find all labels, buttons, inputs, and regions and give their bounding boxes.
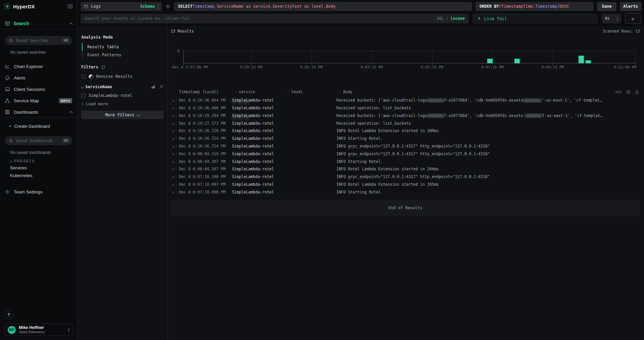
table-row[interactable]: Dec 8 6:07:10.108 PMSimpleLambda-rotelIN…: [171, 173, 640, 181]
gridline: [553, 51, 553, 63]
row-expander[interactable]: [171, 113, 176, 118]
interval-stepper-icon[interactable]: [617, 17, 618, 20]
wrap-text-icon[interactable]: [626, 90, 631, 94]
code-view-icon[interactable]: </>: [615, 90, 622, 94]
select-clause-input[interactable]: SELECT Timestamp, ServiceName as service…: [174, 2, 472, 11]
chevron-down-icon: [10, 160, 12, 162]
lucene-toggle[interactable]: Lucene: [451, 16, 465, 21]
more-filters-button[interactable]: More filters: [81, 111, 164, 119]
mode-event-patterns[interactable]: Event Patterns: [82, 51, 168, 59]
row-expander[interactable]: [171, 190, 176, 194]
chevron-up-icon[interactable]: [70, 111, 73, 114]
create-dashboard-button[interactable]: + Create Dashboard: [0, 122, 77, 130]
table-row[interactable]: Dec 8 6:08:04.307 PMSimpleLambda-rotelIN…: [171, 158, 640, 165]
schema-link[interactable]: Schema: [140, 4, 155, 9]
chevron-up-icon[interactable]: [70, 22, 73, 26]
row-expander[interactable]: [171, 121, 176, 126]
refresh-icon[interactable]: [101, 65, 105, 69]
sidebar-item-search[interactable]: Search: [0, 17, 77, 30]
row-expander[interactable]: [171, 136, 176, 141]
cell-service: SimpleLambda-rotel: [232, 152, 284, 156]
pin-icon[interactable]: [159, 84, 164, 89]
row-expander[interactable]: [171, 98, 176, 103]
sql-segment: ,: [324, 4, 326, 9]
row-expander[interactable]: [171, 128, 176, 133]
mode-results-table[interactable]: Results Table: [82, 43, 168, 51]
cell-timestamp: Dec 8 6:10:27.173 PM: [179, 121, 232, 126]
preset-item-services[interactable]: Services: [0, 164, 77, 172]
table-row[interactable]: Dec 8 6:10:29.284 PMSimpleLambda-rotelRe…: [171, 112, 640, 120]
table-row[interactable]: Dec 8 6:08:04.319 PMSimpleLambda-rotelIN…: [171, 150, 640, 158]
histogram-bar[interactable]: [487, 59, 493, 63]
download-icon[interactable]: [635, 90, 639, 94]
refresh-interval-select[interactable]: 4s: [602, 14, 621, 23]
table-row[interactable]: Dec 8 6:10:27.173 PMSimpleLambda-rotelRe…: [171, 119, 640, 127]
load-more-button[interactable]: Load more: [81, 102, 168, 106]
column-header-body[interactable]: ⋮⋮Body </>: [336, 90, 640, 94]
cell-timestamp: Dec 8 6:10:26.724 PM: [179, 136, 232, 141]
sidebar-item-alerts[interactable]: Alerts: [0, 72, 77, 83]
results-histogram[interactable]: 8 Dec 8 5:57:00 PM5:59:15 PM6:01:15 PM6:…: [171, 36, 640, 71]
row-expander[interactable]: [171, 106, 176, 110]
table-row[interactable]: Dec 8 6:07:10.097 PMSimpleLambda-rotelIN…: [171, 180, 640, 188]
sidebar-item-chart-explorer[interactable]: Chart Explorer: [0, 61, 77, 72]
table-row[interactable]: Dec 8 6:08:04.307 PMSimpleLambda-rotelIN…: [171, 165, 640, 173]
help-button[interactable]: ?: [4, 310, 13, 319]
settings-gear-icon[interactable]: [165, 4, 171, 9]
preset-label: Kubernetes: [10, 173, 33, 178]
facet-value-checkbox[interactable]: [81, 94, 86, 98]
bar-chart-icon[interactable]: [151, 84, 155, 89]
cell-timestamp: Dec 8 6:07:10.096 PM: [179, 190, 232, 194]
row-expander[interactable]: [171, 159, 176, 164]
sql-toggle[interactable]: SQL: [437, 16, 444, 21]
order-by-input[interactable]: ORDER BY (TimestampTime, Timestamp) DESC: [475, 2, 594, 11]
sidebar-item-service-map[interactable]: Service Map BETA: [0, 95, 77, 106]
live-tail-button[interactable]: Live Tail: [473, 14, 598, 23]
event-search-input[interactable]: Search your events w/ Lucene ex. column:…: [81, 14, 469, 23]
table-row[interactable]: Dec 8 6:10:26.724 PMSimpleLambda-rotelIN…: [171, 143, 640, 150]
table-row[interactable]: Dec 8 6:10:26.726 PMSimpleLambda-rotelIN…: [171, 127, 640, 135]
preset-item-kubernetes[interactable]: Kubernetes: [0, 172, 77, 179]
denoise-checkbox[interactable]: [81, 74, 86, 79]
drag-handle-icon[interactable]: ⋮⋮: [284, 91, 289, 94]
drag-handle-icon[interactable]: ⋮⋮: [232, 91, 237, 94]
table-row[interactable]: Dec 8 6:10:36.466 PMSimpleLambda-rotelRe…: [171, 104, 640, 112]
column-header-timestamp[interactable]: Timestamp (Local): [179, 90, 232, 94]
histogram-bar[interactable]: [514, 59, 520, 63]
column-header-service[interactable]: ⋮⋮service: [232, 90, 284, 94]
column-header-level[interactable]: ⋮⋮level: [284, 90, 336, 94]
beta-badge: BETA: [59, 98, 72, 103]
histogram-bar[interactable]: [579, 56, 584, 63]
content-row: Analysis Mode Results Table Event Patter…: [77, 26, 644, 340]
facet-servicename[interactable]: ServiceName: [81, 84, 164, 89]
user-menu[interactable]: MH Mike Heffner OpenTelemetry: [4, 324, 73, 336]
language-toggle[interactable]: SQL | Lucene: [437, 16, 465, 21]
table-row[interactable]: Dec 8 6:10:36.864 PMSimpleLambda-rotelRe…: [171, 97, 640, 104]
table-row[interactable]: Dec 8 6:07:10.096 PMSimpleLambda-rotelIN…: [171, 188, 640, 196]
sidebar: HyperDX Search Saved Searches ⌘K No save…: [0, 0, 77, 340]
facet-value-row[interactable]: SimpleLambda-rotel: [81, 93, 168, 98]
presets-section-toggle[interactable]: PRESETS: [0, 158, 77, 164]
denoise-filter[interactable]: Denoise Results: [81, 74, 168, 79]
results-area: 13 Results Scanned Rows: 13 8 Dec 8 5:57…: [168, 27, 644, 340]
row-expander[interactable]: [171, 144, 176, 149]
sidebar-item-dashboards[interactable]: Dashboards: [0, 106, 77, 118]
histogram-bar[interactable]: [586, 60, 591, 63]
saved-searches-input[interactable]: Saved Searches ⌘K: [5, 36, 72, 45]
save-button[interactable]: Save: [597, 2, 616, 11]
play-button[interactable]: ▷: [625, 13, 641, 24]
row-divider: [176, 175, 176, 179]
row-expander[interactable]: [171, 174, 176, 179]
row-expander[interactable]: [171, 167, 176, 171]
source-selector[interactable]: Logs Schema: [81, 2, 162, 11]
alerts-button[interactable]: Alerts: [620, 2, 641, 11]
sidebar-item-client-sessions[interactable]: Client Sessions: [0, 83, 77, 95]
drag-handle-icon[interactable]: ⋮⋮: [336, 90, 341, 94]
table-row[interactable]: Dec 8 6:10:26.724 PMSimpleLambda-rotelIN…: [171, 135, 640, 143]
row-expander[interactable]: [171, 152, 176, 156]
sidebar-item-team-settings[interactable]: Team Settings: [0, 186, 77, 197]
row-expander[interactable]: [171, 182, 176, 187]
cell-timestamp: Dec 8 6:10:36.864 PM: [179, 98, 232, 103]
collapse-sidebar-icon[interactable]: [67, 4, 73, 9]
saved-dashboards-input[interactable]: Saved Dashboards ⌘K: [5, 136, 72, 145]
